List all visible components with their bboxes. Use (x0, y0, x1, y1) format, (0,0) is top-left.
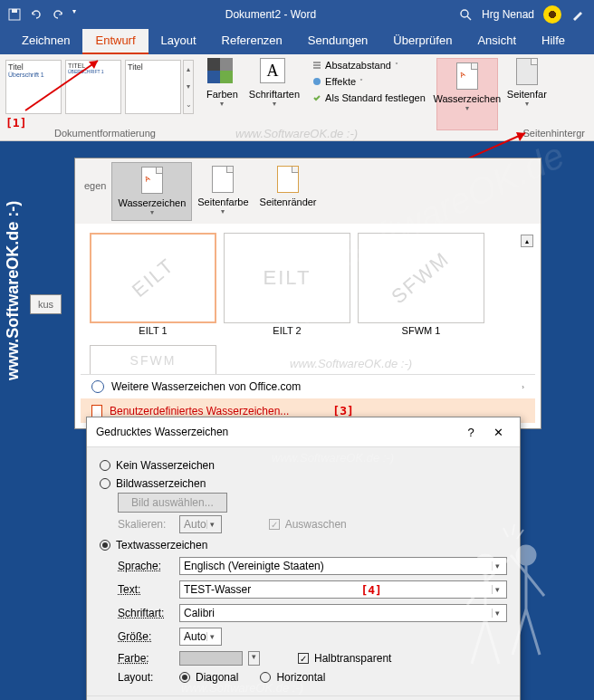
cutoff-label: egen (79, 162, 111, 209)
effects-icon (312, 77, 321, 86)
spacing-icon (312, 61, 321, 70)
svg-line-23 (526, 609, 540, 655)
user-name: Hrg Nenad (482, 8, 534, 21)
watermark-button[interactable]: A Wasserzeichen▾ (436, 58, 498, 130)
help-button[interactable]: ? (458, 423, 484, 441)
tab-zeichnen[interactable]: Zeichnen (9, 29, 82, 54)
radio-image-watermark[interactable]: Bildwasserzeichen (100, 475, 507, 493)
select-image-button[interactable]: Bild auswählen... (118, 493, 227, 513)
gallery-scroll-up[interactable]: ▴ (521, 235, 533, 247)
svg-line-21 (526, 573, 544, 596)
wm-label-3: SFWM 1 (358, 323, 484, 338)
decorative-sketch-icon (440, 519, 567, 682)
svg-point-7 (313, 78, 321, 85)
radio-no-watermark[interactable]: Kein Wasserzeichen (100, 456, 507, 475)
svg-point-18 (517, 546, 535, 564)
set-default-button[interactable]: Als Standard festlegen (309, 91, 429, 105)
tab-layout[interactable]: Layout (148, 29, 209, 54)
marker-1: [1] (5, 116, 26, 129)
search-icon[interactable] (458, 7, 473, 22)
watermark-preview-eilt2[interactable]: EILT (224, 233, 350, 323)
user-avatar-icon[interactable] (543, 5, 561, 24)
tab-hilfe[interactable]: Hilfe (529, 29, 578, 54)
ribbon-tabs: Zeichnen Entwurf Layout Referenzen Sendu… (0, 29, 594, 54)
color-picker[interactable] (179, 651, 243, 666)
colors-button[interactable]: Farben▾ (201, 54, 244, 140)
watermark-preview-sfwm2[interactable]: SFWM (90, 345, 216, 374)
page-borders-icon (277, 166, 299, 193)
radio-horizontal[interactable] (260, 672, 271, 683)
watermark-icon: A (456, 62, 478, 90)
effects-button[interactable]: Effekte ˅ (309, 74, 429, 89)
page-color-icon (212, 166, 234, 193)
svg-line-24 (503, 528, 508, 537)
style-preview-3[interactable]: Titel (125, 60, 181, 114)
svg-line-22 (513, 609, 526, 655)
document-icon (91, 405, 102, 417)
redo-icon[interactable] (51, 7, 65, 22)
page-color-icon (516, 58, 538, 85)
colors-icon (207, 58, 233, 83)
svg-line-25 (513, 524, 514, 535)
fonts-icon: A (260, 58, 285, 83)
popup-watermark-button[interactable]: A Wasserzeichen▾ (111, 162, 192, 221)
popup-pagecolor-button[interactable]: Seitenfarbe▾ (192, 162, 254, 219)
tab-sendungen[interactable]: Sendungen (295, 29, 381, 54)
fonts-button[interactable]: A Schriftarten▾ (244, 54, 305, 140)
size-combo[interactable]: Auto▾ (179, 628, 222, 646)
title-bar: ▾ Dokument2 - Word Hrg Nenad (0, 0, 594, 29)
popup-borders-button[interactable]: Seitenränder (254, 162, 322, 211)
brush-icon[interactable] (570, 7, 585, 22)
paragraph-spacing-button[interactable]: Absatzabstand ˅ (309, 58, 429, 72)
default-icon (312, 93, 321, 102)
radio-diagonal[interactable] (179, 672, 190, 683)
undo-icon[interactable] (29, 7, 43, 22)
washout-checkbox (269, 519, 280, 530)
svg-line-3 (467, 16, 471, 20)
watermark-gallery-popup: egen A Wasserzeichen▾ Seitenfarbe▾ Seite… (74, 158, 541, 429)
group-label-background: Seitenhintergr (523, 128, 586, 139)
close-icon[interactable]: ✕ (485, 423, 511, 441)
tab-ueberpruefen[interactable]: Überprüfen (380, 29, 465, 54)
style-preview-1[interactable]: TitelÜberschrift 1 (5, 60, 62, 114)
group-label-formatting: Dokumentformatierung (54, 128, 156, 139)
svg-line-26 (517, 530, 523, 539)
side-watermark: www.SoftwareOK.de :-) (4, 201, 23, 380)
dialog-title: Gedrucktes Wasserzeichen (96, 426, 228, 438)
svg-point-12 (476, 555, 494, 573)
wm-label-2: EILT 2 (224, 323, 350, 338)
save-icon[interactable] (7, 7, 22, 22)
svg-point-2 (461, 10, 468, 17)
globe-icon (91, 380, 104, 393)
cutoff-kus: kus (30, 294, 62, 314)
styles-dropdown[interactable]: ▴▾⌄ (183, 60, 194, 114)
document-title: Dokument2 - Word (83, 8, 458, 21)
style-preview-2[interactable]: TITELÜBERSCHRIFT 1 (65, 60, 121, 114)
svg-line-14 (467, 582, 485, 605)
ribbon-entwurf: TitelÜberschrift 1 TITELÜBERSCHRIFT 1 Ti… (0, 54, 594, 141)
chevron-right-icon: › (522, 383, 524, 391)
tab-entwurf[interactable]: Entwurf (82, 29, 148, 54)
tab-ansicht[interactable]: Ansicht (465, 29, 529, 54)
tab-referenzen[interactable]: Referenzen (209, 29, 295, 54)
watermark-icon: A (141, 167, 163, 194)
watermark-preview-sfwm1[interactable]: SFWM (358, 233, 484, 323)
more-watermarks-item[interactable]: Weitere Wasserzeichen von Office.com › (81, 375, 535, 398)
scale-combo: Auto▾ (179, 515, 222, 533)
svg-rect-1 (12, 9, 17, 13)
watermark-preview-eilt1[interactable]: EILT (90, 233, 216, 323)
marker-4: [4] (360, 583, 381, 597)
wm-label-1: EILT 1 (90, 323, 216, 338)
svg-line-16 (472, 618, 485, 664)
svg-line-17 (485, 618, 499, 664)
semitransparent-checkbox[interactable] (298, 653, 309, 664)
qat-dropdown-icon[interactable]: ▾ (72, 7, 76, 22)
marker-3: [3] (332, 404, 353, 417)
